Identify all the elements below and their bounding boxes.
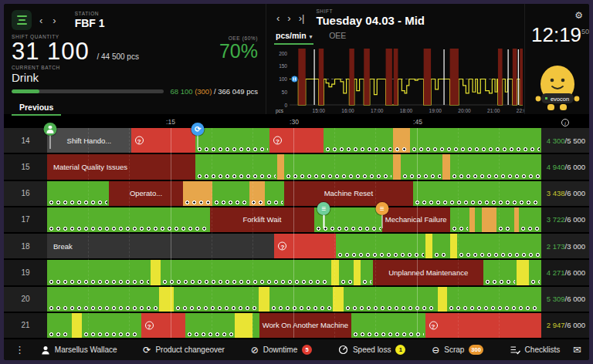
timeline-segment-green[interactable] (475, 207, 483, 232)
timeline-segment-green[interactable] (47, 313, 72, 338)
timeline-segment-red[interactable]: ? (425, 313, 541, 338)
timeline-segment-green[interactable] (519, 207, 541, 232)
timeline-segment-orange[interactable] (249, 181, 264, 206)
timeline-segment-orange[interactable] (183, 181, 212, 206)
timeline-segment-green[interactable] (47, 260, 151, 285)
timeline-segment-green[interactable] (47, 287, 159, 312)
toolbar-item-scrap[interactable]: ⊖Scrap300 (432, 345, 483, 355)
toolbar-item-checklists[interactable]: Checklists (510, 345, 561, 355)
timeline-segment-green[interactable] (457, 234, 541, 258)
timeline-segment-yellow[interactable] (425, 234, 433, 258)
hour-bar-track: Operato...Machine Reset (47, 181, 541, 206)
timeline-segment-orange[interactable] (393, 154, 401, 179)
timeline-segment-green[interactable] (185, 313, 235, 338)
timeline-segment-work-on-another-machine[interactable]: Work On Another Machine (259, 313, 351, 338)
prev-shift-button[interactable]: ‹ (274, 13, 282, 23)
timeline-segment-machine-reset[interactable]: Machine Reset (284, 181, 412, 206)
timeline-row-18: 18Break?2 173/3 000 (4, 234, 589, 258)
next-station-button[interactable]: › (50, 15, 58, 25)
timeline-segment-yellow[interactable] (438, 287, 448, 312)
timeline-segment-yellow[interactable] (517, 260, 529, 285)
toolbar-item-speed-loss[interactable]: Speed loss1 (338, 345, 405, 355)
timeline-segment-green[interactable] (529, 260, 541, 285)
shift-name: Tuesday 04.03 - Mid (316, 14, 425, 27)
timeline-segment-green[interactable] (324, 128, 393, 153)
timeline-segment-yellow[interactable] (354, 260, 361, 285)
timeline-segment-yellow[interactable] (151, 260, 161, 285)
timeline-segment-break[interactable]: Break (47, 234, 274, 258)
timeline-segment-green[interactable] (361, 260, 373, 285)
timeline-segment-green[interactable] (82, 313, 141, 338)
timeline-row-14: 14Shift Hando...??⟳4 300/5 500 (4, 128, 589, 153)
timeline-segment-green[interactable] (339, 260, 354, 285)
tab-oee[interactable]: OEE (327, 29, 347, 45)
marker-pin-person[interactable] (43, 123, 56, 149)
timeline-segment-green[interactable] (432, 234, 449, 258)
timeline-segment-green[interactable] (344, 287, 438, 312)
timeline-segment-operato[interactable]: Operato... (109, 181, 183, 206)
timeline-segment-forklift-wait[interactable]: Forklift Wait (210, 207, 313, 232)
timeline-segment-orange[interactable] (393, 128, 410, 153)
timeline-segment-green[interactable] (174, 287, 258, 312)
timeline-segment-unplanned-maintenance[interactable]: Unplanned Maintenance (373, 260, 483, 285)
toolbar-item-downtime[interactable]: ⊘Downtime5 (251, 345, 313, 355)
timeline-segment-green[interactable] (195, 128, 269, 153)
timeline-segment-orange[interactable] (442, 154, 450, 179)
tab-previous-batches[interactable]: Previous (12, 101, 61, 116)
timeline-segment-red[interactable]: ? (131, 128, 195, 153)
timeline-segment-green[interactable] (252, 313, 260, 338)
timeline-segment-red[interactable]: ? (141, 313, 186, 338)
menu-button[interactable] (12, 10, 32, 30)
timeline-segment-green[interactable] (212, 181, 249, 206)
latest-shift-button[interactable]: ›| (296, 13, 307, 23)
timeline-segment-yellow[interactable] (235, 313, 252, 338)
timeline-segment-yellow[interactable] (450, 234, 458, 258)
production-dots (434, 252, 448, 258)
app-window: ‹ › STATION FBF 1 SHIFT QUANTITY 31 100 … (4, 4, 589, 360)
timeline-segment-mechanical-failure[interactable]: Mechanical Failure (382, 207, 450, 232)
timeline-segment-material-quality-issues[interactable]: Material Quality Issues (47, 154, 195, 179)
production-dots (197, 147, 268, 152)
info-icon[interactable]: i (561, 119, 569, 126)
overflow-menu-icon[interactable]: ⋮ (12, 344, 28, 356)
timeline-segment-orange[interactable] (277, 154, 285, 179)
toolbar-item-product-changeover[interactable]: ⟳Product changeover (143, 345, 225, 355)
timeline-segment-green[interactable] (284, 154, 393, 179)
mail-icon[interactable]: ✉ (573, 344, 581, 356)
timeline-segment-green[interactable] (410, 128, 541, 153)
production-dots (325, 147, 391, 152)
timeline-segment-yellow[interactable] (331, 260, 339, 285)
timeline-segment-green[interactable] (447, 287, 541, 312)
timeline-segment-yellow[interactable] (259, 287, 269, 312)
timeline-segment-red[interactable]: ? (274, 234, 336, 258)
timeline-segment-green[interactable] (47, 181, 109, 206)
next-shift-button[interactable]: › (285, 13, 293, 23)
timeline-segment-shift-hando[interactable]: Shift Hando... (47, 128, 131, 153)
timeline-segment-yellow[interactable] (333, 287, 344, 312)
timeline-segment-green[interactable] (47, 207, 210, 232)
timeline-segment-yellow[interactable] (72, 313, 82, 338)
timeline-segment-green[interactable] (450, 207, 470, 232)
timeline-segment-green[interactable] (413, 181, 541, 206)
timeline-segment-green[interactable] (336, 234, 425, 258)
timeline-segment-green[interactable] (265, 181, 285, 206)
timeline-segment-green[interactable] (496, 207, 513, 232)
timeline-segment-green[interactable] (401, 154, 442, 179)
marker-pin-tasks[interactable]: ≡ (375, 202, 388, 228)
marker-pin-tasks[interactable]: ≡ (317, 202, 330, 228)
timeline-segment-green[interactable] (161, 260, 331, 285)
time-tick-label: :30 (290, 118, 299, 126)
prev-station-button[interactable]: ‹ (37, 15, 45, 25)
operator-button[interactable]: Marsellus Wallace (41, 345, 117, 355)
timeline-segment-yellow[interactable] (159, 287, 174, 312)
timeline-segment-green[interactable] (195, 154, 277, 179)
marker-pin-sync[interactable]: ⟳ (191, 123, 205, 149)
timeline-segment-green[interactable] (351, 313, 425, 338)
timeline-segment-green[interactable] (450, 154, 541, 179)
timeline-segment-red[interactable]: ? (269, 128, 324, 153)
timeline-segment-green[interactable] (269, 287, 333, 312)
tab-pcs-min[interactable]: pcs/min▾ (274, 29, 313, 45)
timeline-segment-green[interactable] (483, 260, 517, 285)
settings-gear-icon[interactable]: ⚙ (574, 10, 583, 21)
timeline-segment-orange[interactable] (482, 207, 496, 232)
